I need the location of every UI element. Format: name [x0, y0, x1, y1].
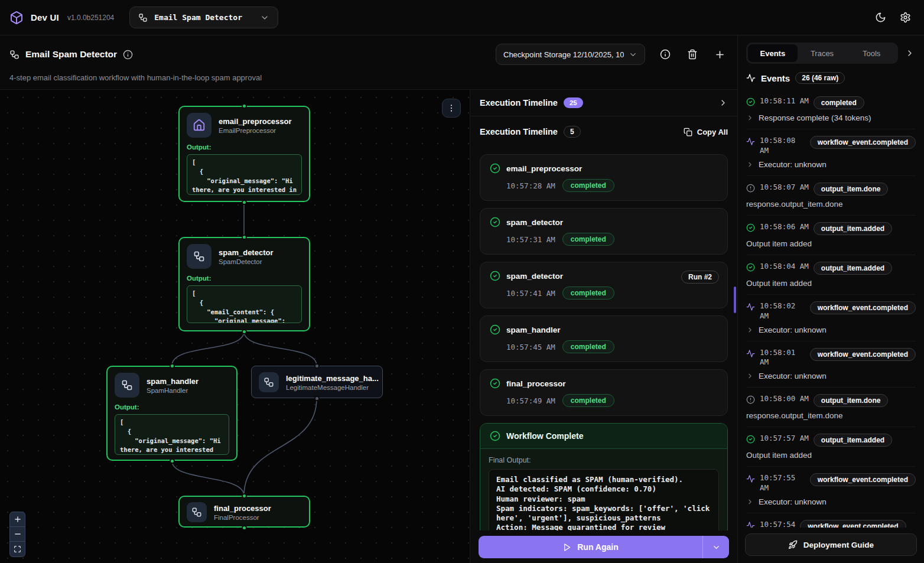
node-spam-handler[interactable]: spam_handler SpamHandler Output: [ { "or…	[106, 366, 237, 461]
timeline-scrollbar[interactable]	[734, 287, 736, 313]
event-type-badge: output_item.done	[814, 394, 889, 407]
chevron-down-icon	[260, 13, 269, 22]
gear-icon	[900, 12, 911, 23]
workflow-description: 4-step email classification workflow wit…	[9, 73, 728, 82]
tab-traces[interactable]: Traces	[798, 44, 847, 62]
node-subtitle: SpamDetector	[219, 258, 273, 265]
event-type-badge: output_item.added	[814, 434, 892, 447]
chevron-right-icon[interactable]	[746, 372, 754, 380]
event-item[interactable]: 10:57:54 workflow_event.completed	[746, 513, 916, 528]
event-detail: response.output_item.done	[746, 411, 843, 420]
event-time: 10:57:54	[760, 520, 795, 528]
app-root: Dev UI v1.0.0b251204 Email Spam Detector	[0, 0, 924, 563]
activity-icon	[746, 349, 755, 358]
app-logo-icon	[9, 11, 24, 25]
info-icon	[660, 49, 671, 60]
deployment-guide-button[interactable]: Deployment Guide	[745, 533, 917, 556]
node-final-processor[interactable]: final_processor FinalProcessor	[178, 496, 310, 528]
node-output-preview: [ { "original_message": "Hi there, are y…	[187, 154, 302, 195]
event-time: 10:58:00 AM	[760, 394, 809, 404]
events-title: Events	[761, 73, 790, 83]
event-item[interactable]: 10:58:02 AM workflow_event.completed Exe…	[746, 295, 916, 341]
node-port	[314, 363, 320, 369]
run-again-button[interactable]: Run Again	[479, 536, 729, 558]
collapse-panel-button[interactable]	[718, 98, 728, 108]
event-item[interactable]: 10:58:06 AM output_item.added Output ite…	[746, 216, 916, 255]
settings-button[interactable]	[896, 8, 915, 27]
collapse-sidebar-button[interactable]	[903, 46, 917, 60]
event-item[interactable]: 10:58:01 AM workflow_event.completed Exe…	[746, 341, 916, 388]
status-badge: completed	[562, 394, 614, 407]
node-subtitle: EmailPreprocessor	[219, 127, 292, 134]
event-item[interactable]: 10:57:55 AM workflow_event.completed Exe…	[746, 467, 916, 513]
run-options-dropdown[interactable]	[703, 536, 729, 558]
activity-icon	[746, 302, 755, 311]
event-item[interactable]: 10:58:08 AM workflow_event.completed Exe…	[746, 129, 916, 176]
event-type-badge: completed	[814, 96, 864, 109]
event-type-badge: workflow_event.completed	[810, 136, 916, 149]
info-icon[interactable]	[123, 50, 133, 60]
dark-mode-toggle[interactable]	[871, 8, 890, 27]
add-checkpoint-button[interactable]	[712, 47, 727, 61]
node-spam-detector[interactable]: spam_detector SpamDetector Output: [ { "…	[178, 237, 310, 331]
node-port	[242, 200, 247, 205]
step-name: final_processor	[506, 379, 566, 388]
checkpoint-info-button[interactable]	[658, 47, 672, 61]
tab-events[interactable]: Events	[748, 44, 798, 62]
step-time: 10:57:31 AM	[506, 235, 555, 244]
event-time: 10:58:01 AM	[760, 348, 805, 368]
node-legitimate-message-handler[interactable]: legitimate_message_ha... LegitimateMessa…	[251, 366, 383, 398]
zoom-in-button[interactable]	[10, 512, 25, 527]
event-item[interactable]: 10:58:04 AM output_item.added Output ite…	[746, 255, 916, 295]
workflow-canvas[interactable]: email_preprocessor EmailPreprocessor Out…	[0, 90, 470, 563]
timeline-list: email_preprocessor 10:57:28 AM completed…	[470, 147, 737, 531]
fit-view-button[interactable]	[10, 542, 25, 557]
event-item[interactable]: 10:58:11 AM completed Response complete …	[746, 90, 916, 129]
event-detail: Output item added	[746, 239, 812, 248]
rocket-icon	[788, 540, 798, 549]
chevron-down-icon	[629, 50, 637, 59]
circle-check-icon	[490, 163, 500, 174]
app-name: Dev UI	[31, 12, 59, 22]
app-version: v1.0.0b251204	[67, 14, 114, 22]
event-type-badge: output_item.added	[814, 262, 892, 275]
zoom-out-button[interactable]	[10, 527, 25, 542]
copy-all-label: Copy All	[697, 128, 728, 136]
timeline-step-count-badge: 5	[564, 126, 581, 138]
timeline-step[interactable]: final_processor 10:57:49 AM completed	[480, 369, 728, 416]
node-email-preprocessor[interactable]: email_preprocessor EmailPreprocessor Out…	[178, 106, 310, 202]
event-item[interactable]: 10:57:57 AM output_item.added Output ite…	[746, 427, 916, 467]
event-time: 10:58:11 AM	[760, 96, 809, 106]
circle-check-icon	[490, 271, 500, 281]
play-icon	[562, 543, 571, 552]
tab-tools[interactable]: Tools	[847, 44, 896, 62]
workflow-header: Email Spam Detector Checkpoint Storage 1…	[0, 35, 737, 90]
status-badge: completed	[562, 233, 614, 246]
delete-checkpoint-button[interactable]	[685, 47, 699, 61]
canvas-menu-button[interactable]	[442, 99, 461, 118]
copy-icon	[684, 128, 692, 136]
event-item[interactable]: 10:58:07 AM output_item.done response.ou…	[746, 176, 916, 216]
event-item[interactable]: 10:58:00 AM output_item.done response.ou…	[746, 388, 916, 427]
chevron-right-icon[interactable]	[746, 161, 754, 168]
event-type-badge: workflow_event.completed	[810, 348, 916, 361]
node-subtitle: LegitimateMessageHandler	[286, 384, 379, 391]
run-again-label: Run Again	[577, 542, 618, 552]
status-badge: completed	[562, 287, 614, 300]
node-title: email_preprocessor	[219, 117, 292, 126]
checkpoint-selector[interactable]: Checkpoint Storage 12/10/2025, 10:5	[496, 44, 645, 65]
timeline-step[interactable]: spam_detector 10:57:31 AM completed	[480, 208, 728, 255]
status-badge: completed	[562, 179, 614, 192]
workflow-selector[interactable]: Email Spam Detector	[129, 6, 278, 28]
timeline-step[interactable]: spam_detector 10:57:41 AM completed Run …	[480, 262, 728, 308]
chevron-right-icon[interactable]	[746, 498, 754, 506]
chevron-right-icon[interactable]	[746, 326, 754, 334]
node-port	[242, 525, 247, 531]
timeline-step[interactable]: email_preprocessor 10:57:28 AM completed	[480, 154, 728, 201]
copy-all-button[interactable]: Copy All	[684, 128, 728, 136]
chevron-right-icon[interactable]	[746, 114, 754, 122]
step-name: spam_detector	[506, 272, 563, 281]
events-count-badge: 26 (46 raw)	[795, 72, 845, 84]
timeline-step[interactable]: spam_handler 10:57:45 AM completed	[480, 315, 728, 362]
event-type-badge: output_item.done	[814, 183, 889, 196]
